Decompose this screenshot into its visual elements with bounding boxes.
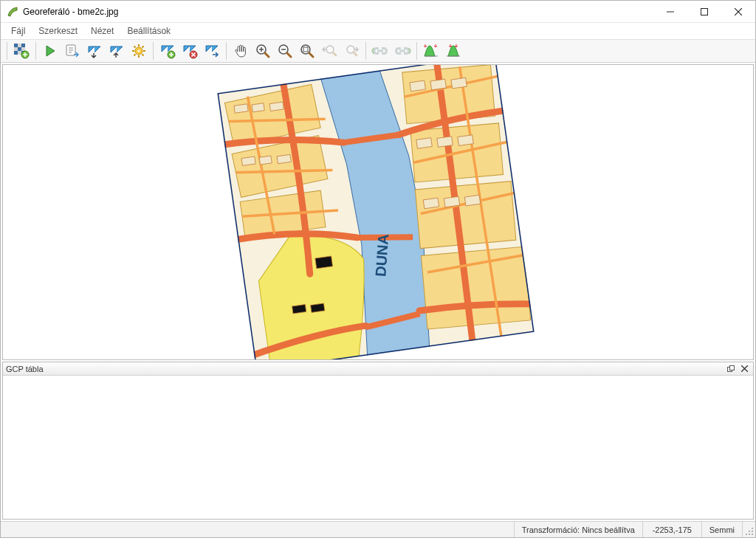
gcp-table-body[interactable] xyxy=(3,376,753,519)
svg-rect-45 xyxy=(444,196,459,207)
svg-rect-43 xyxy=(458,135,473,146)
maximize-button[interactable] xyxy=(687,1,721,23)
menu-settings[interactable]: Beállítások xyxy=(121,24,176,38)
svg-rect-3 xyxy=(21,44,25,47)
gcp-panel-title: GCP tábla xyxy=(6,365,44,373)
hand-icon xyxy=(233,43,249,59)
svg-rect-41 xyxy=(416,138,432,149)
svg-rect-7 xyxy=(14,51,18,55)
statusbar: Transzformáció: Nincs beállítva -2253,-1… xyxy=(1,521,755,537)
resize-grip[interactable] xyxy=(742,522,755,537)
link-qgis-button[interactable] xyxy=(391,41,413,61)
svg-point-58 xyxy=(752,528,753,529)
gcp-move-icon xyxy=(204,43,220,59)
svg-point-56 xyxy=(746,534,747,535)
transform-settings-button[interactable] xyxy=(128,41,150,61)
start-georef-button[interactable] xyxy=(39,41,61,61)
river-label: DUNA xyxy=(372,233,391,277)
svg-rect-4 xyxy=(14,47,18,51)
zoom-last-button[interactable] xyxy=(318,41,340,61)
delete-point-button[interactable] xyxy=(179,41,201,61)
zoom-next-icon xyxy=(343,43,360,59)
svg-rect-30 xyxy=(415,182,515,249)
svg-rect-32 xyxy=(234,104,248,113)
svg-rect-33 xyxy=(252,103,264,112)
app-window: Georeferáló - bme2c.jpg Fájl Szerkeszt N… xyxy=(0,0,756,538)
close-panel-button[interactable] xyxy=(738,364,750,374)
svg-rect-34 xyxy=(269,102,284,111)
move-point-button[interactable] xyxy=(201,41,223,61)
raster-image: DUNA xyxy=(217,64,534,360)
svg-rect-42 xyxy=(437,137,453,148)
file-name-text: bme2c.jpg xyxy=(78,7,118,17)
load-gcp-button[interactable] xyxy=(83,41,106,61)
status-transform: Transzformáció: Nincs beállítva xyxy=(514,522,642,537)
undock-icon xyxy=(727,365,735,373)
svg-rect-36 xyxy=(259,156,272,165)
gcp-panel: GCP tábla xyxy=(2,362,754,520)
svg-rect-49 xyxy=(311,303,325,312)
svg-rect-46 xyxy=(464,195,480,206)
minimize-icon xyxy=(667,8,674,15)
open-raster-button[interactable] xyxy=(10,41,32,61)
close-small-icon xyxy=(741,365,748,372)
svg-rect-48 xyxy=(292,305,306,314)
link-georef-button[interactable] xyxy=(369,41,391,61)
svg-rect-6 xyxy=(21,47,25,51)
generate-script-button[interactable] xyxy=(61,41,83,61)
save-gcp-button[interactable] xyxy=(106,41,128,61)
zoom-in-icon xyxy=(255,43,271,59)
zoom-out-button[interactable] xyxy=(274,41,296,61)
status-rotation: Semmi xyxy=(701,522,742,537)
svg-rect-37 xyxy=(277,154,291,163)
menu-edit[interactable]: Szerkeszt xyxy=(32,24,83,38)
zoom-last-icon xyxy=(321,43,337,59)
app-name-text: Georeferáló xyxy=(23,7,69,17)
histogram-icon xyxy=(423,43,439,59)
gcp-panel-header: GCP tábla xyxy=(3,362,753,376)
local-histogram-button[interactable] xyxy=(442,41,464,61)
svg-point-54 xyxy=(749,534,750,535)
svg-rect-5 xyxy=(18,47,21,51)
svg-rect-35 xyxy=(241,156,255,165)
menu-file[interactable]: Fájl xyxy=(5,24,31,38)
svg-rect-47 xyxy=(315,256,333,269)
map-canvas[interactable]: DUNA xyxy=(2,64,754,360)
close-button[interactable] xyxy=(721,1,755,23)
svg-point-55 xyxy=(752,531,753,532)
zoom-in-button[interactable] xyxy=(252,41,274,61)
app-icon xyxy=(7,6,18,18)
script-arrow-icon xyxy=(64,43,80,59)
full-histogram-button[interactable] xyxy=(420,41,442,61)
gear-icon xyxy=(131,43,147,59)
zoom-layer-button[interactable] xyxy=(296,41,318,61)
minimize-button[interactable] xyxy=(653,1,687,23)
svg-rect-39 xyxy=(430,79,446,90)
close-icon xyxy=(735,8,742,15)
svg-rect-40 xyxy=(451,77,467,89)
svg-rect-1 xyxy=(14,44,18,47)
svg-point-13 xyxy=(137,49,140,52)
grip-icon xyxy=(745,527,754,536)
menubar: Fájl Szerkeszt Nézet Beállítások xyxy=(1,23,755,39)
titlebar: Georeferáló - bme2c.jpg xyxy=(1,1,755,23)
maximize-icon xyxy=(701,8,708,15)
gcp-add-icon xyxy=(159,43,176,59)
zoom-next-button[interactable] xyxy=(340,41,362,61)
svg-point-57 xyxy=(749,531,750,532)
gcp-load-icon xyxy=(86,43,103,59)
svg-rect-23 xyxy=(399,50,405,52)
svg-rect-44 xyxy=(423,198,439,209)
svg-rect-8 xyxy=(18,51,21,55)
svg-rect-38 xyxy=(410,80,425,92)
gcp-save-icon xyxy=(109,43,125,59)
checkerboard-plus-icon xyxy=(13,43,30,59)
play-icon xyxy=(43,44,58,58)
zoom-out-icon xyxy=(277,43,293,59)
undock-panel-button[interactable] xyxy=(725,364,737,374)
status-coords: -2253,-175 xyxy=(642,522,701,537)
zoom-layer-icon xyxy=(299,43,315,59)
add-point-button[interactable] xyxy=(157,41,179,61)
menu-view[interactable]: Nézet xyxy=(85,24,120,38)
pan-button[interactable] xyxy=(230,41,252,61)
